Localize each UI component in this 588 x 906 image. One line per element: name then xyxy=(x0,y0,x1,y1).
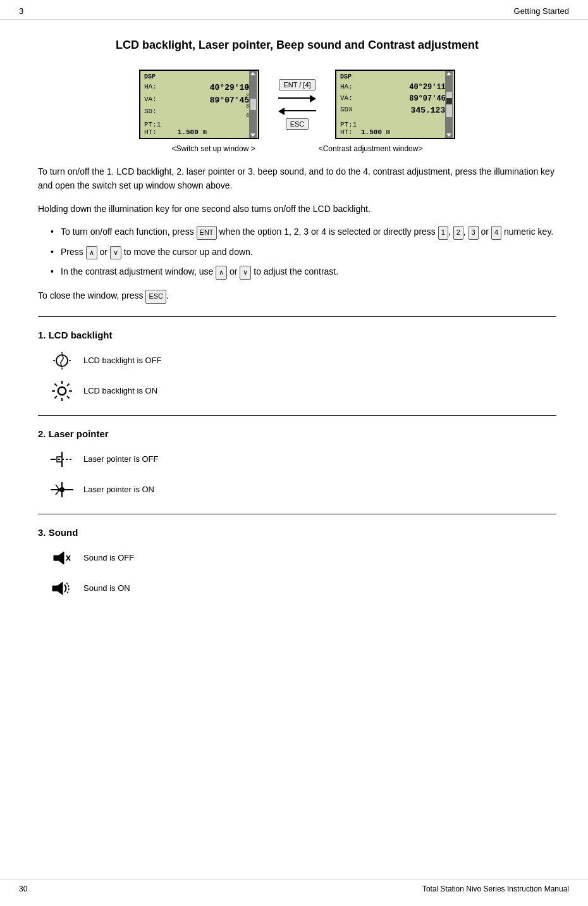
svg-marker-23 xyxy=(54,552,64,564)
screen2-pt: PT:1 xyxy=(340,121,450,128)
page-footer: 30 Total Station Nivo Series Instruction… xyxy=(0,879,588,893)
key-dn: ∨ xyxy=(110,246,121,260)
section-laser-header: 2. Laser pointer xyxy=(38,428,556,439)
svg-point-22 xyxy=(59,487,64,492)
sound-off-label: Sound is OFF xyxy=(83,553,134,562)
divider3 xyxy=(38,514,556,514)
nav-arrows: ENT / [4] ESC xyxy=(278,79,316,130)
footer-manual-title: Total Station Nivo Series Instruction Ma… xyxy=(422,884,569,893)
lcd-off-label: LCD backlight is OFF xyxy=(83,356,162,365)
screen1-scrollbar xyxy=(249,71,257,138)
screen1-ht: HT: 1.500 m xyxy=(144,128,254,136)
svg-line-13 xyxy=(55,396,58,399)
bullet-list: To turn on/off each function, press ENT … xyxy=(51,225,556,280)
ent-inline: ENT xyxy=(197,226,217,240)
lcd-on-label: LCD backlight is ON xyxy=(83,386,157,395)
key-4: 4 xyxy=(491,226,501,240)
ent-button: ENT / [4] xyxy=(279,79,315,90)
screen1-row-sd: SD: xyxy=(144,106,254,117)
screen1-dsp-label: DSP xyxy=(144,73,254,80)
esc-inline: ESC xyxy=(145,290,166,304)
laser-off-row: Laser pointer is OFF xyxy=(51,448,556,471)
scroll2-arrow-down xyxy=(446,133,451,137)
arrow-right xyxy=(278,93,316,103)
scroll-thumb xyxy=(250,99,256,110)
svg-line-10 xyxy=(55,383,58,386)
key-2: 2 xyxy=(453,226,463,240)
section-lcd-header: 1. LCD backlight xyxy=(38,330,556,340)
screen1-pt: PT:1 xyxy=(144,121,254,128)
bullet-3: In the contrast adjustment window, use ∧… xyxy=(51,264,556,280)
section-sound-header: 3. Sound xyxy=(38,527,556,538)
screen2-row-ha: HA: 40°29'11" xyxy=(340,82,450,93)
svg-marker-26 xyxy=(52,582,63,595)
laser-off-label: Laser pointer is OFF xyxy=(83,454,159,464)
laser-on-label: Laser pointer is ON xyxy=(83,485,154,494)
screens-row: DSP HA: 40°29'10" VA: 89°07'45" SD: 1234 xyxy=(38,70,556,139)
lcd-backlight-on-icon xyxy=(51,380,73,402)
laser-on-row: Laser pointer is ON xyxy=(51,478,556,501)
screen1-row-ha: HA: 40°29'10" xyxy=(144,82,254,94)
page-title: LCD backlight, Laser pointer, Beep sound… xyxy=(38,39,556,52)
page-chapter-title: Getting Started xyxy=(514,6,569,16)
divider xyxy=(38,316,556,317)
sound-on-row: Sound is ON xyxy=(51,577,556,600)
bullet-1: To turn on/off each function, press ENT … xyxy=(51,225,556,240)
key-1: 1 xyxy=(438,226,448,240)
sound-off-row: Sound is OFF xyxy=(51,547,556,569)
scroll2-thumb xyxy=(446,92,452,117)
screen2-ht: HT: 1.500 m xyxy=(340,128,450,136)
scroll-arrow-up xyxy=(250,72,255,75)
key-up: ∧ xyxy=(86,246,97,260)
lcd-backlight-off-icon xyxy=(51,349,73,372)
svg-line-12 xyxy=(67,383,70,386)
screen2-dsp-label: DSP xyxy=(340,73,450,80)
key-3: 3 xyxy=(469,226,479,240)
esc-button: ESC xyxy=(286,118,309,130)
svg-point-14 xyxy=(59,388,65,394)
screen1-row-va: VA: 89°07'45" xyxy=(144,94,254,107)
divider2 xyxy=(38,415,556,416)
laser-pointer-on-icon xyxy=(51,478,73,501)
screens-captions: <Switch set up window > <Contrast adjust… xyxy=(38,144,556,153)
screen2-scrollbar xyxy=(445,71,453,138)
screen2-row-va: VA: 89°07'46" xyxy=(340,93,450,104)
sound-on-label: Sound is ON xyxy=(83,583,130,593)
arrow-left xyxy=(278,106,316,116)
bullet-2: Press ∧ or ∨ to move the cursor up and d… xyxy=(51,245,556,260)
sound-on-icon xyxy=(51,577,73,600)
lcd-on-row: LCD backlight is ON xyxy=(51,380,556,402)
lcd-off-row: LCD backlight is OFF xyxy=(51,349,556,372)
laser-pointer-off-icon xyxy=(51,448,73,471)
page-chapter-number: 3 xyxy=(19,6,23,16)
screen2: DSP HA: 40°29'11" VA: 89°07'46" SDX 345.… xyxy=(335,70,455,139)
screen1-caption: <Switch set up window > xyxy=(172,144,255,153)
body-text-2: Holding down the illumination key for on… xyxy=(38,202,556,216)
close-text: To close the window, press ESC. xyxy=(38,289,556,304)
scroll2-arrow-up xyxy=(446,72,451,75)
screen2-caption: <Contrast adjustment window> xyxy=(319,144,423,153)
screen2-row-sdx: SDX 345.1234 xyxy=(340,104,450,117)
footer-page-number: 30 xyxy=(19,884,27,893)
scroll-arrow-down xyxy=(250,133,255,137)
svg-line-11 xyxy=(67,396,70,399)
sound-off-icon xyxy=(51,547,73,569)
screen1: DSP HA: 40°29'10" VA: 89°07'45" SD: 1234 xyxy=(139,70,259,139)
key-dn-2: ∨ xyxy=(240,266,251,280)
key-up-2: ∧ xyxy=(216,266,227,280)
body-text-1: To turn on/off the 1. LCD backlight, 2. … xyxy=(38,164,556,193)
